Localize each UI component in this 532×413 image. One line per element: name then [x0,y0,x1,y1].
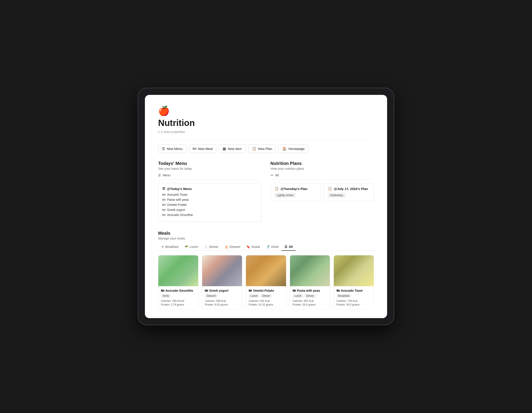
todays-menu-section: Todays' Menu See your menu for today ☰ M… [158,161,262,222]
header-divider [158,140,374,140]
plan-icon: 📋 [252,147,256,151]
tab-snack[interactable]: 🔖 Snack [243,243,263,251]
dinner-icon: 🍴 [204,245,208,249]
meal-protein-omelet-potato: Protein: 41.02 grams [249,303,283,306]
new-item-label: New Item [228,147,242,150]
meal-name-pasta-peas: 🍽 Pasta with peas [293,289,327,292]
page-title: Nutrition [158,118,374,128]
fork-knife-icon-3: 🍽 [162,203,165,206]
todays-menu-card: ☰ @Today's Menu 🍽 Avocado Toast 🍽 Pasta … [158,183,262,222]
dessert-icon: 🎂 [225,245,228,249]
todays-menu-divider [158,180,262,180]
meal-card-omelet-potato[interactable]: 🍽 Omelet Potato Lunch Dinner Calories: 5… [246,255,286,309]
meal-name-greek-yogurt: 🍽 Greek yogurt [205,289,239,292]
menu-item-label: Avocado Smoothie [167,213,193,217]
fork-knife-icon-1: 🍽 [162,193,165,196]
meals-section: Meals Manage your meals ☀ Breakfast 🥗 Lu… [158,231,374,309]
meal-tabs: ☀ Breakfast 🥗 Lunch 🍴 Dinner 🎂 Dessert 🔖 [158,243,374,251]
meal-image-greek-yogurt [202,255,242,286]
meal-tag: Dessert [205,294,217,298]
meal-tags-avocado-smoothie: Drink [161,294,196,298]
homepage-button[interactable]: 🏠 Homepage [279,144,308,153]
menu-item-label: Avocado Toast [167,193,187,196]
meal-card-body: 🍽 Omelet Potato Lunch Dinner Calories: 5… [246,286,286,309]
todays-menu-filter-label[interactable]: Menu [163,173,171,177]
new-plan-button[interactable]: 📋 New Plan [248,144,276,153]
tab-drink[interactable]: 🥤 Drink [263,243,282,251]
meal-calories-omelet-potato: Calories: 542 kcal [249,300,283,302]
chevron-down-icon: ▾ [158,130,159,133]
plan-card-july: 📋 @July 17, 2024's Plan Sedentary [324,183,374,201]
meal-fork-icon-4: 🍽 [293,289,296,292]
tab-dessert[interactable]: 🎂 Dessert [221,243,243,251]
meal-protein-avocado-smoothie: Protein: 2.79 grams [161,303,196,306]
plan-badge-july: Sedentary [328,193,345,197]
menu-card-icon: ☰ [162,187,165,191]
meal-tags-omelet-potato: Lunch Dinner [249,294,283,298]
menu-item-label: Greek yogurt [167,208,185,212]
homepage-label: Homepage [288,147,304,150]
menu-item: 🍽 Greek yogurt [162,208,257,212]
meal-icon: 🍽 [193,147,196,151]
meal-tags-avocado-toast: Breakfast [336,294,371,298]
meal-protein-pasta-peas: Protein: 28.4 grams [293,303,327,306]
new-meal-label: New Meal [198,147,213,150]
new-plan-label: New Plan [258,147,272,150]
tab-breakfast[interactable]: ☀ Breakfast [158,243,181,251]
meal-card-body: 🍽 Pasta with peas Lunch Dinner Calories:… [290,286,330,309]
meal-tag: Lunch [293,294,304,298]
fork-knife-icon-5: 🍽 [162,213,165,217]
meal-image-pasta-peas [290,255,330,286]
device-frame: 🍎 Nutrition ▾ 2 more properties ☰ New Me… [138,88,394,325]
toolbar: ☰ New Menu 🍽 New Meal ▦ New Item 📋 New P… [158,144,374,153]
nutrition-plans-filter-label[interactable]: All [275,173,279,177]
tab-dessert-label: Dessert [230,245,240,249]
meal-fork-icon-5: 🍽 [336,289,340,292]
meals-grid: 🍽 Avocado Smoothie Drink Calories: 190.8… [158,255,374,309]
more-properties-label: 2 more properties [161,130,185,134]
new-item-button[interactable]: ▦ New Item [219,144,245,153]
meal-fork-icon-2: 🍽 [205,289,208,292]
screen: 🍎 Nutrition ▾ 2 more properties ☰ New Me… [145,95,387,318]
new-menu-label: New Menu [167,147,182,150]
tab-all[interactable]: ☰ All [281,243,296,251]
meal-card-avocado-smoothie[interactable]: 🍽 Avocado Smoothie Drink Calories: 190.8… [158,255,198,309]
menu-card-title-text: @Today's Menu [167,187,192,191]
new-meal-button[interactable]: 🍽 New Meal [189,144,217,153]
meal-card-avocado-toast[interactable]: 🍽 Avocado Toast Breakfast Calories: 735 … [334,255,374,309]
menu-item: 🍽 Avocado Toast [162,193,257,196]
new-menu-button[interactable]: ☰ New Menu [158,144,186,153]
plan-card-title-tuesday: 📋 @Tuesday's Plan [275,187,316,191]
menu-item-label: Pasta with peas [167,198,189,201]
meal-protein-avocado-toast: Protein: 36.5 grams [336,303,371,306]
snack-icon: 🔖 [247,245,250,249]
meal-name-avocado-toast: 🍽 Avocado Toast [336,289,371,292]
meal-tag: Breakfast [336,294,351,298]
meal-card-pasta-peas[interactable]: 🍽 Pasta with peas Lunch Dinner Calories:… [290,255,330,309]
meal-calories-pasta-peas: Calories: 562 kcal [293,300,327,302]
breakfast-icon: ☀ [161,245,164,249]
nutrition-plans-subtitle: View your nutrition plans [270,167,374,170]
plan-title-text-tuesday: @Tuesday's Plan [281,187,307,191]
meal-fork-icon-1: 🍽 [161,289,164,292]
tab-dinner[interactable]: 🍴 Dinner [201,243,221,251]
meal-protein-greek-yogurt: Protein: 8.02 grams [205,303,239,306]
nutrition-plans-title: Nutrition Plans [270,161,374,166]
meal-tag: Lunch [249,294,259,298]
plan-title-text-july: @July 17, 2024's Plan [334,187,368,191]
all-icon: ☰ [285,245,287,249]
plan-badge-tuesday: Lightly Active [275,193,296,197]
nutrition-plans-section: Nutrition Plans View your nutrition plan… [270,161,374,222]
menu-card-title: ☰ @Today's Menu [162,187,257,191]
meal-card-greek-yogurt[interactable]: 🍽 Greek yogurt Dessert Calories: 298 kca… [202,255,242,309]
nutrition-plans-divider [270,180,374,180]
menu-item-label: Omelet Potato [167,203,187,206]
item-icon: ▦ [223,147,226,151]
todays-menu-subtitle: See your menu for today [158,167,262,170]
meal-calories-avocado-toast: Calories: 735 kcal [336,300,371,302]
drink-icon: 🥤 [266,245,270,249]
tab-lunch[interactable]: 🥗 Lunch [181,243,201,251]
meal-tag: Drink [161,294,171,298]
more-properties-toggle[interactable]: ▾ 2 more properties [158,130,374,134]
plan-icon-tuesday: 📋 [275,187,279,191]
